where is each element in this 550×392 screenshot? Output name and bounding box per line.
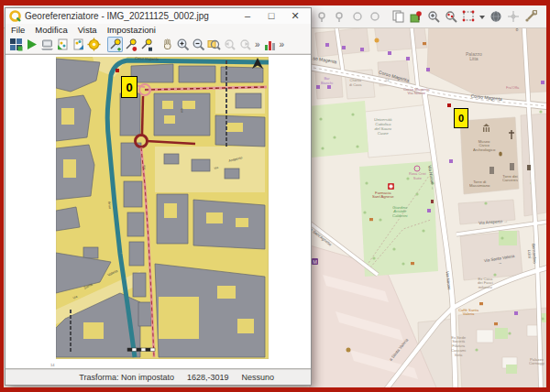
dropdown-arrow-icon[interactable]	[478, 9, 486, 25]
scanned-map-image[interactable]: Corso MagentaAnspertoViaSantaValeriaViaB…	[56, 57, 269, 359]
screenshot-stage: M C.so MagentaCorso MagentaCorso Magenta…	[0, 0, 550, 392]
toolbar-overflow2-icon[interactable]: »	[278, 39, 287, 49]
screenshot-border-right	[546, 0, 550, 392]
minimize-button[interactable]: –	[236, 9, 259, 23]
close-button[interactable]: ✕	[283, 9, 307, 23]
scan-scale-bar	[127, 348, 155, 352]
copy-features-icon[interactable]	[390, 9, 406, 25]
menu-file[interactable]: File	[11, 25, 25, 35]
open-raster-icon[interactable]	[8, 37, 24, 52]
globe-icon[interactable]	[488, 9, 503, 25]
wrench-icon[interactable]	[522, 9, 538, 25]
screenshot-border-left	[0, 0, 4, 392]
gcp-dot-osm	[447, 103, 451, 107]
selection-rect-icon[interactable]	[460, 9, 476, 25]
gcp-ring-disabled-icon[interactable]	[368, 9, 383, 25]
zoom-in-icon[interactable]	[175, 37, 191, 52]
scanned-map-graphic	[56, 57, 269, 359]
gcp-tool-disabled-icon[interactable]	[333, 9, 348, 25]
pan-hand-icon[interactable]	[160, 37, 175, 52]
load-gcp-points-icon[interactable]	[55, 37, 71, 52]
gcp-label-osm: 0	[454, 108, 468, 128]
coordinate-capture-disabled-icon[interactable]	[505, 9, 521, 25]
georeferencer-canvas[interactable]: Corso MagentaAnspertoViaSantaValeriaViaB…	[6, 54, 311, 369]
amphora-icon	[499, 151, 502, 156]
histogram-stretch-icon[interactable]	[262, 37, 278, 52]
maximize-button[interactable]: □	[259, 9, 283, 23]
zoom-to-points-icon[interactable]	[443, 9, 458, 25]
status-bar: Trasforma: Non impostato 1628,-3019 Ness…	[6, 369, 311, 385]
save-gcp-points-icon[interactable]	[71, 37, 86, 52]
gcp-ring-disabled-icon[interactable]	[350, 9, 366, 25]
transformation-settings-icon[interactable]	[86, 37, 102, 52]
window-titlebar[interactable]: Georeferenziatore - IMG_20211125_0002.jp…	[6, 8, 311, 24]
zoom-next-icon[interactable]	[237, 37, 253, 52]
zoom-to-layer-icon[interactable]	[206, 37, 222, 52]
zoom-in-icon[interactable]	[425, 9, 441, 25]
menu-bar: File Modifica Vista Impostazioni	[6, 24, 311, 36]
pharmacy-cross-icon	[388, 183, 394, 190]
scanned-page-number: 14	[50, 363, 54, 367]
screenshot-border-top	[0, 0, 550, 5]
zoom-out-icon[interactable]	[191, 37, 206, 52]
status-coordinates: 1628,-3019	[187, 373, 229, 382]
georeferencer-window: Georeferenziatore - IMG_20211125_0002.jp…	[5, 7, 312, 386]
window-title: Georeferenziatore - IMG_20211125_0002.jp…	[25, 11, 236, 21]
gcp-label-scanned: 0	[121, 76, 138, 98]
metro-icon: M	[312, 258, 318, 265]
delete-point-icon[interactable]	[123, 37, 138, 52]
menu-vista[interactable]: Vista	[78, 25, 97, 35]
poi-dot-icon	[375, 38, 380, 43]
menu-modifica[interactable]: Modifica	[35, 25, 67, 35]
gdal-script-icon[interactable]	[39, 37, 55, 52]
toolbar-overflow-icon[interactable]: »	[253, 39, 262, 49]
move-point-icon[interactable]	[138, 37, 154, 52]
status-rotation: Nessuno	[241, 373, 274, 382]
svg-text:M: M	[313, 259, 317, 265]
screenshot-border-bottom	[0, 387, 550, 392]
qgis-logo-icon	[9, 10, 21, 22]
status-transform: Trasforma: Non impostato	[79, 373, 174, 382]
georeferencer-toolbar: » »	[6, 36, 311, 54]
add-point-icon[interactable]	[107, 37, 123, 52]
gcp-dot-scanned	[116, 69, 119, 72]
zoom-last-icon[interactable]	[222, 37, 237, 52]
poi-dot2-icon	[346, 348, 351, 353]
menu-impostazioni[interactable]: Impostazioni	[107, 25, 156, 35]
gcp-tool-disabled-icon[interactable]	[315, 9, 331, 25]
start-georeferencing-icon[interactable]	[24, 37, 39, 52]
pushpin-icon[interactable]	[408, 9, 424, 25]
